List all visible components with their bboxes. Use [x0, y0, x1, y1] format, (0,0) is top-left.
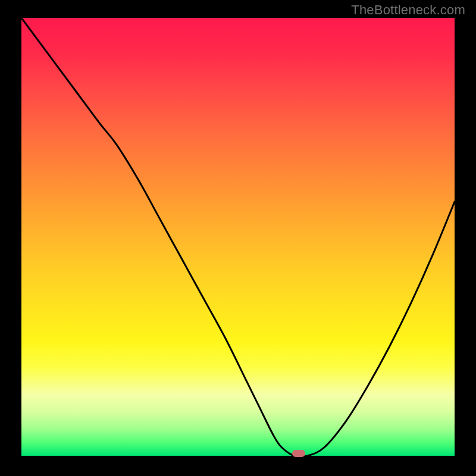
watermark-text: TheBottleneck.com [351, 2, 465, 18]
chart-frame: TheBottleneck.com [0, 0, 476, 476]
bottleneck-curve [21, 18, 455, 456]
plot-area [21, 18, 455, 456]
optimal-marker [292, 450, 305, 457]
